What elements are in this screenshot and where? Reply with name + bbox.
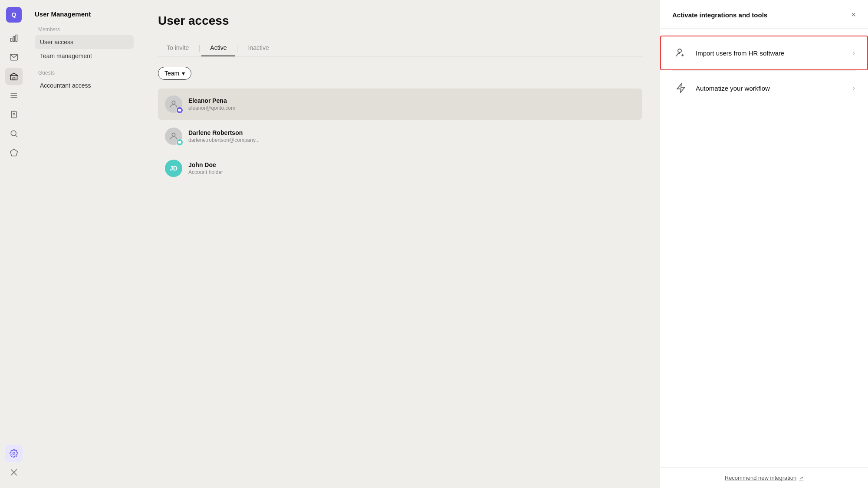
nav-building-icon[interactable] <box>5 68 23 85</box>
nav-close-icon[interactable] <box>5 464 23 481</box>
svg-line-13 <box>16 135 18 138</box>
user-list: Eleanor Pena eleanor@qonto.com Darlene R… <box>158 88 642 184</box>
sidebar-item-team-management[interactable]: Team management <box>35 49 134 63</box>
avatar-darlene-robertson <box>165 128 182 145</box>
avatar-badge-darlene <box>176 139 183 146</box>
overlay-close-button[interactable]: × <box>851 10 856 20</box>
svg-point-20 <box>172 133 175 136</box>
svg-rect-5 <box>13 78 15 80</box>
svg-rect-1 <box>13 36 14 42</box>
user-email-darlene: darlene.robertson@company... <box>188 137 260 143</box>
tab-to-invite[interactable]: To invite <box>158 40 197 56</box>
recommend-integration-link[interactable]: Recommend new integration ↗ <box>725 475 803 481</box>
team-filter-button[interactable]: Team ▾ <box>158 67 191 80</box>
user-info-eleanor-pena: Eleanor Pena eleanor@qonto.com <box>188 97 235 111</box>
icon-bar: Q <box>0 0 28 488</box>
svg-point-15 <box>13 452 15 455</box>
recommend-link-text: Recommend new integration <box>725 475 796 481</box>
import-hr-label: Import users from HR software <box>696 49 846 57</box>
tab-active[interactable]: Active <box>201 40 235 56</box>
detail-panel: Eleanor P Invited Team member detai Emai… <box>660 0 868 488</box>
main-content: User access To invite Active Inactive Te… <box>141 0 660 488</box>
user-name-darlene: Darlene Robertson <box>188 129 260 136</box>
overlay-title: Activate integrations and tools <box>672 11 767 19</box>
tab-inactive[interactable]: Inactive <box>239 40 277 56</box>
user-item-eleanor-pena[interactable]: Eleanor Pena eleanor@qonto.com <box>158 88 642 120</box>
nav-gem-icon[interactable] <box>5 144 23 161</box>
user-name-john-doe: John Doe <box>188 161 223 168</box>
svg-point-12 <box>11 131 16 136</box>
svg-rect-0 <box>11 38 12 42</box>
user-role-john-doe: Account holder <box>188 169 223 175</box>
user-info-john-doe: John Doe Account holder <box>188 161 223 175</box>
svg-rect-9 <box>11 111 16 118</box>
svg-marker-27 <box>677 84 685 92</box>
svg-point-18 <box>172 101 175 104</box>
integrations-overlay: Activate integrations and tools × Import… <box>660 0 868 488</box>
nav-list-icon[interactable] <box>5 87 23 104</box>
workflow-icon <box>673 80 689 96</box>
svg-marker-14 <box>10 149 18 156</box>
integration-item-automate-workflow[interactable]: Automatize your workflow › <box>660 71 868 105</box>
user-info-darlene: Darlene Robertson darlene.robertson@comp… <box>188 129 260 143</box>
svg-rect-2 <box>16 35 17 42</box>
automate-workflow-label: Automatize your workflow <box>696 85 846 92</box>
avatar-badge-eleanor-pena <box>176 107 183 114</box>
integration-item-import-hr[interactable]: Import users from HR software › <box>660 36 868 70</box>
chevron-down-icon: ▾ <box>182 70 185 77</box>
person-import-icon <box>673 45 689 61</box>
sidebar: User Management Members User access Team… <box>28 0 141 488</box>
nav-inbox-icon[interactable] <box>5 49 23 66</box>
overlay-header: Activate integrations and tools × <box>660 0 868 29</box>
members-section-label: Members <box>35 26 134 33</box>
user-email-eleanor-pena: eleanor@qonto.com <box>188 105 235 111</box>
nav-clipboard-icon[interactable] <box>5 106 23 123</box>
tabs-bar: To invite Active Inactive <box>158 40 642 56</box>
import-hr-chevron-icon: › <box>853 49 855 57</box>
tab-divider-2 <box>237 45 237 52</box>
user-item-darlene-robertson[interactable]: Darlene Robertson darlene.robertson@comp… <box>158 121 642 152</box>
user-item-john-doe[interactable]: JD John Doe Account holder <box>158 153 642 184</box>
nav-chart-icon[interactable] <box>5 29 23 47</box>
external-link-icon: ↗ <box>799 475 803 481</box>
tab-divider <box>199 45 200 52</box>
automate-workflow-chevron-icon: › <box>853 84 855 92</box>
avatar-eleanor-pena <box>165 95 182 113</box>
nav-settings-icon[interactable] <box>5 445 23 462</box>
sidebar-title: User Management <box>35 10 134 18</box>
app-logo: Q <box>6 7 22 23</box>
overlay-footer: Recommend new integration ↗ <box>660 467 868 488</box>
user-name-eleanor-pena: Eleanor Pena <box>188 97 235 104</box>
nav-search-icon[interactable] <box>5 125 23 142</box>
guests-section-label: Guests <box>35 70 134 76</box>
avatar-john-doe: JD <box>165 160 182 177</box>
svg-point-24 <box>678 49 681 52</box>
page-title: User access <box>158 14 642 28</box>
overlay-body: Import users from HR software › Automati… <box>660 29 868 467</box>
filter-label: Team <box>164 70 179 77</box>
sidebar-item-user-access[interactable]: User access <box>35 35 134 49</box>
sidebar-item-accountant-access[interactable]: Accountant access <box>35 79 134 92</box>
